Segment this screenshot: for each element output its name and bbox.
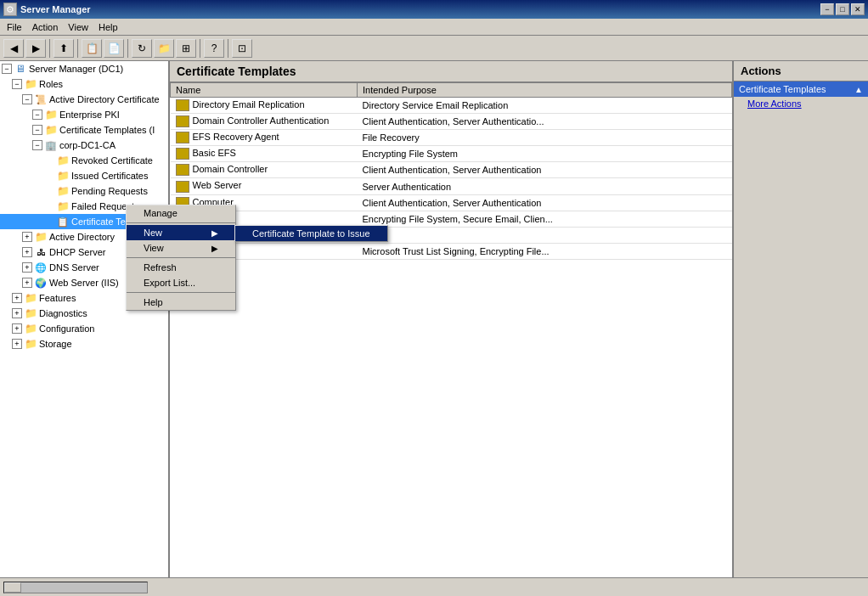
ctx-view[interactable]: View ▶ bbox=[127, 240, 235, 256]
table-row[interactable]: Basic EFSEncrypting File System bbox=[171, 146, 732, 162]
expand-corp-dc1-ca[interactable]: − bbox=[32, 140, 42, 150]
table-row[interactable]: EFS Recovery AgentFile Recovery bbox=[171, 130, 732, 146]
cert-purpose-cell: Directory Service Email Replication bbox=[358, 98, 732, 114]
enterprise-pki-icon: 📁 bbox=[44, 108, 58, 121]
toolbar-separator-3 bbox=[127, 39, 128, 58]
close-button[interactable]: ✕ bbox=[851, 3, 865, 15]
menu-help[interactable]: Help bbox=[93, 20, 123, 34]
tree-roles[interactable]: − 📁 Roles bbox=[0, 76, 168, 92]
up-button[interactable]: ⬆ bbox=[54, 39, 74, 58]
tree-server-manager[interactable]: − 🖥 Server Manager (DC1) bbox=[0, 61, 168, 76]
table-row[interactable]: Microsoft Trust List Signing, Encrypting… bbox=[171, 243, 732, 259]
tree-configuration[interactable]: + 📁 Configuration bbox=[0, 321, 168, 336]
cert-purpose-cell: Encrypting File System, Secure Email, Cl… bbox=[358, 211, 732, 227]
cert-purpose-cell: File Recovery bbox=[358, 130, 732, 146]
expand-storage[interactable]: + bbox=[12, 339, 22, 349]
expand-cert-templates-top[interactable]: − bbox=[32, 125, 42, 135]
ctx-help[interactable]: Help bbox=[127, 295, 235, 310]
sub-cert-template-to-issue[interactable]: Certificate Template to Issue bbox=[235, 226, 387, 241]
refresh-button[interactable]: ↻ bbox=[132, 39, 152, 58]
ctx-manage[interactable]: Manage bbox=[127, 205, 235, 221]
col-name[interactable]: Name bbox=[171, 83, 358, 98]
table-row[interactable]: Directory Email ReplicationDirectory Ser… bbox=[171, 98, 732, 114]
back-button[interactable]: ◀ bbox=[3, 39, 24, 58]
tree-storage[interactable]: + 📁 Storage bbox=[0, 336, 168, 351]
cert-templates-selected-icon: 📋 bbox=[56, 215, 70, 228]
expand-configuration[interactable]: + bbox=[12, 323, 22, 334]
window-controls: − □ ✕ bbox=[820, 3, 865, 15]
tree-ad-certificate[interactable]: − 📜 Active Directory Certificate bbox=[0, 92, 168, 107]
tree-cert-templates-top[interactable]: − 📁 Certificate Templates (I bbox=[0, 122, 168, 138]
window-title: Server Manager bbox=[20, 4, 820, 14]
expand-active-directory[interactable]: + bbox=[22, 232, 32, 242]
active-directory-icon: 📁 bbox=[34, 230, 48, 244]
table-row[interactable]: Domain ControllerClient Authentication, … bbox=[171, 162, 732, 178]
expand-dns[interactable]: + bbox=[22, 262, 32, 273]
ctx-new[interactable]: New ▶ bbox=[127, 225, 235, 240]
tree-corp-dc1-ca[interactable]: − 🏢 corp-DC1-CA bbox=[0, 138, 168, 153]
expand-server-manager[interactable]: − bbox=[2, 64, 12, 74]
storage-icon: 📁 bbox=[24, 337, 37, 351]
issued-certs-icon: 📁 bbox=[56, 169, 70, 183]
table-row[interactable]: Web ServerServer Authentication bbox=[171, 178, 732, 194]
menu-file[interactable]: File bbox=[2, 20, 27, 34]
paste-button[interactable]: 📄 bbox=[104, 39, 124, 58]
title-bar: ⚙ Server Manager − □ ✕ bbox=[0, 0, 868, 19]
col-purpose[interactable]: Intended Purpose bbox=[358, 83, 732, 98]
actions-arrow-icon: ▲ bbox=[854, 85, 863, 94]
app-icon: ⚙ bbox=[3, 3, 17, 16]
more-actions-item[interactable]: More Actions bbox=[734, 97, 868, 110]
iis-icon: 🌍 bbox=[34, 276, 48, 290]
cert-name-cell: Basic EFS bbox=[171, 146, 358, 162]
window-button[interactable]: ⊡ bbox=[232, 39, 252, 58]
export-button[interactable]: 📁 bbox=[154, 39, 174, 58]
expand-ad-certificate[interactable]: − bbox=[22, 94, 32, 104]
cert-name-cell: Directory Email Replication bbox=[171, 98, 358, 114]
cert-purpose-cell: Client Authentication, Server Authentica… bbox=[358, 114, 732, 130]
expand-dhcp[interactable]: + bbox=[22, 247, 32, 257]
expand-iis[interactable]: + bbox=[22, 278, 32, 288]
submenu: Certificate Template to Issue bbox=[234, 225, 388, 242]
cert-purpose-cell: Encrypting File System bbox=[358, 146, 732, 162]
corp-dc1-ca-icon: 🏢 bbox=[44, 138, 58, 152]
expand-roles[interactable]: − bbox=[12, 79, 22, 89]
dhcp-icon: 🖧 bbox=[34, 245, 48, 259]
cert-name-cell: Domain Controller bbox=[171, 162, 358, 178]
expand-features[interactable]: + bbox=[12, 293, 22, 303]
tree-issued-certs[interactable]: 📁 Issued Certificates bbox=[0, 168, 168, 183]
tree-enterprise-pki[interactable]: − 📁 Enterprise PKI bbox=[0, 107, 168, 122]
menu-action[interactable]: Action bbox=[27, 20, 64, 34]
dns-icon: 🌐 bbox=[34, 261, 48, 274]
ctx-refresh[interactable]: Refresh bbox=[127, 260, 235, 275]
pending-requests-icon: 📁 bbox=[56, 184, 70, 198]
menu-bar: File Action View Help bbox=[0, 19, 868, 36]
copy-button[interactable]: 📋 bbox=[82, 39, 102, 58]
configuration-icon: 📁 bbox=[24, 322, 37, 335]
table-row[interactable]: Domain Controller AuthenticationClient A… bbox=[171, 114, 732, 130]
status-scroll-thumb[interactable] bbox=[4, 582, 21, 593]
content-pane: Certificate Templates Name Intended Purp… bbox=[170, 61, 732, 577]
maximize-button[interactable]: □ bbox=[836, 3, 849, 15]
tree-revoked-cert[interactable]: 📁 Revoked Certificate bbox=[0, 153, 168, 168]
features-icon: 📁 bbox=[24, 291, 37, 305]
view-button[interactable]: ⊞ bbox=[176, 39, 196, 58]
toolbar-separator-1 bbox=[49, 39, 50, 58]
ctx-separator-1 bbox=[127, 222, 235, 223]
tree-pending-requests[interactable]: 📁 Pending Requests bbox=[0, 183, 168, 199]
status-scrolltrack[interactable] bbox=[3, 582, 148, 593]
ctx-export-list[interactable]: Export List... bbox=[127, 275, 235, 290]
cert-purpose-cell: Server Authentication bbox=[358, 178, 732, 194]
expand-diagnostics[interactable]: + bbox=[12, 308, 22, 318]
content-header: Certificate Templates bbox=[170, 61, 732, 82]
actions-section-header: Certificate Templates ▲ bbox=[734, 82, 868, 97]
actions-header: Actions bbox=[734, 61, 868, 82]
menu-view[interactable]: View bbox=[63, 20, 93, 34]
toolbar-separator-5 bbox=[228, 39, 228, 58]
expand-enterprise-pki[interactable]: − bbox=[32, 110, 42, 120]
help-button[interactable]: ? bbox=[204, 39, 224, 58]
minimize-button[interactable]: − bbox=[820, 3, 834, 15]
table-row[interactable]: ComputerClient Authentication, Server Au… bbox=[171, 194, 732, 211]
forward-button[interactable]: ▶ bbox=[25, 39, 46, 58]
actions-pane: Actions Certificate Templates ▲ More Act… bbox=[732, 61, 868, 577]
failed-requests-icon: 📁 bbox=[56, 200, 70, 213]
